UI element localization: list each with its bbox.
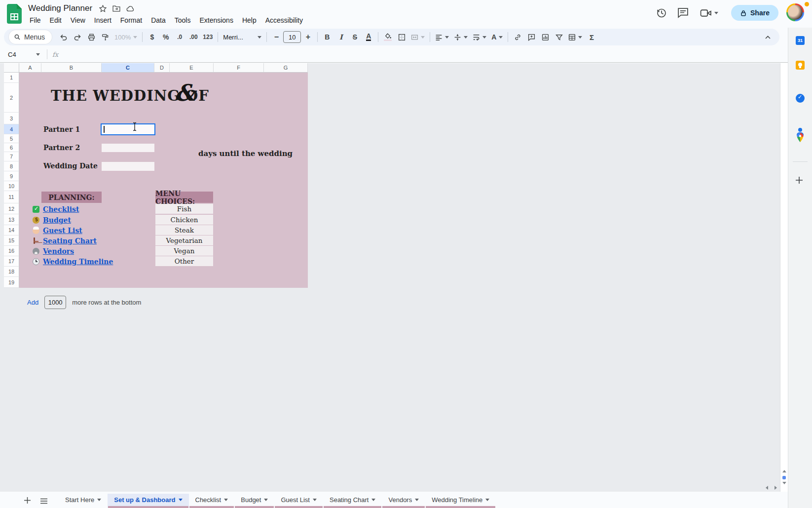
menu-data[interactable]: Data (147, 15, 170, 25)
comments-icon[interactable] (677, 7, 689, 19)
row-header-1[interactable]: 1 (4, 73, 19, 83)
add-rows-count-input[interactable]: 1000 (44, 296, 66, 309)
create-filter-button[interactable] (553, 31, 565, 43)
row-header-7[interactable]: 7 (4, 152, 19, 161)
decrease-font-size-button[interactable]: − (270, 31, 283, 43)
tab-budget[interactable]: Budget (234, 494, 274, 508)
borders-button[interactable] (395, 31, 408, 43)
italic-button[interactable]: I (334, 31, 347, 43)
number-format-button[interactable]: 123 (201, 31, 215, 43)
guest-list-link[interactable]: Guest List (43, 227, 82, 234)
horizontal-align-button[interactable] (433, 31, 451, 43)
vertical-scrollbar[interactable] (780, 63, 788, 492)
menu-choice-other[interactable]: Other (155, 256, 213, 266)
menu-choice-chicken[interactable]: Chicken (155, 215, 213, 225)
column-header-d[interactable]: D (154, 63, 170, 73)
format-percent-button[interactable]: % (159, 31, 172, 43)
row-header-6[interactable]: 6 (4, 143, 19, 152)
sheets-logo-icon[interactable] (7, 4, 22, 24)
selected-cell-c4[interactable] (101, 123, 155, 135)
menu-view[interactable]: View (67, 15, 89, 25)
fill-color-button[interactable] (381, 31, 394, 43)
add-rows-button[interactable]: Add (27, 299, 38, 306)
menu-edit[interactable]: Edit (46, 15, 66, 25)
menus-search-button[interactable]: Menus (9, 30, 52, 44)
insert-chart-button[interactable] (539, 31, 552, 43)
tab-dropdown-caret[interactable] (371, 499, 375, 501)
menu-choice-steak[interactable]: Steak (155, 225, 213, 235)
move-folder-icon[interactable] (112, 5, 120, 12)
insert-table-button[interactable] (566, 31, 584, 43)
redo-button[interactable] (71, 31, 84, 43)
account-avatar[interactable] (786, 3, 804, 21)
maps-icon[interactable] (796, 133, 805, 142)
strikethrough-button[interactable]: S (348, 31, 361, 43)
undo-button[interactable] (57, 31, 70, 43)
hscroll-right-arrow[interactable] (775, 486, 777, 490)
menu-extensions[interactable]: Extensions (195, 15, 237, 25)
menu-file[interactable]: File (26, 15, 45, 25)
select-all-corner[interactable] (4, 63, 19, 73)
column-header-f[interactable]: F (214, 63, 264, 73)
checklist-link[interactable]: Checklist (43, 205, 79, 213)
insert-comment-button[interactable] (525, 31, 538, 43)
menu-choice-vegan[interactable]: Vegan (155, 246, 213, 256)
name-box-dropdown-caret[interactable] (36, 53, 40, 56)
increase-decimal-button[interactable]: .00 (187, 31, 200, 43)
row-header-14[interactable]: 14 (4, 225, 19, 235)
document-title[interactable]: Wedding Planner (28, 3, 92, 13)
calendar-icon[interactable]: 31 (796, 36, 805, 45)
menu-format[interactable]: Format (116, 15, 146, 25)
partner2-input-cell[interactable] (102, 144, 154, 152)
text-rotation-button[interactable]: A (489, 31, 505, 43)
text-color-button[interactable]: A (362, 31, 375, 43)
meet-dropdown-caret[interactable] (714, 12, 718, 14)
menu-insert[interactable]: Insert (90, 15, 115, 25)
share-button[interactable]: Share (731, 5, 778, 21)
bold-button[interactable]: B (321, 31, 333, 43)
decrease-decimal-button[interactable]: .0 (173, 31, 186, 43)
vertical-align-button[interactable] (452, 31, 470, 43)
cloud-status-icon[interactable] (126, 5, 135, 12)
tab-seating-chart[interactable]: Seating Chart (323, 494, 382, 508)
menu-tools[interactable]: Tools (171, 15, 195, 25)
row-header-17[interactable]: 17 (4, 256, 19, 267)
tab-dropdown-caret[interactable] (415, 499, 419, 501)
row-header-12[interactable]: 12 (4, 203, 19, 214)
row-header-10[interactable]: 10 (4, 181, 19, 191)
all-sheets-button[interactable] (40, 498, 48, 504)
row-header-8[interactable]: 8 (4, 161, 19, 171)
row-header-3[interactable]: 3 (4, 113, 19, 124)
insert-link-button[interactable] (511, 31, 524, 43)
functions-button[interactable]: Σ (585, 31, 598, 43)
tab-dropdown-caret[interactable] (179, 499, 183, 501)
row-header-15[interactable]: 15 (4, 235, 19, 246)
tab-dropdown-caret[interactable] (97, 499, 101, 501)
tab-dropdown-caret[interactable] (313, 499, 317, 501)
tasks-icon[interactable] (796, 94, 805, 103)
merge-cells-button[interactable] (409, 31, 427, 43)
wedding-date-input-cell[interactable] (102, 162, 154, 171)
font-size-input[interactable]: 10 (283, 31, 301, 43)
vscroll-up-arrow[interactable] (782, 470, 786, 472)
column-header-e[interactable]: E (170, 63, 214, 73)
hscroll-left-arrow[interactable] (766, 486, 768, 490)
menu-choice-vegetarian[interactable]: Vegetarian (155, 235, 213, 245)
get-addons-button[interactable] (795, 176, 803, 184)
font-family-select[interactable]: Merri... (221, 31, 263, 43)
tab-checklist[interactable]: Checklist (189, 494, 235, 508)
menu-help[interactable]: Help (238, 15, 260, 25)
row-header-9[interactable]: 9 (4, 171, 19, 181)
row-header-2[interactable]: 2 (4, 83, 19, 113)
version-history-icon[interactable] (655, 7, 667, 19)
formula-input[interactable] (58, 46, 812, 62)
print-button[interactable] (85, 31, 98, 43)
vscroll-down-arrow[interactable] (782, 482, 786, 484)
format-currency-button[interactable]: $ (146, 31, 158, 43)
row-header-5[interactable]: 5 (4, 134, 19, 143)
budget-link[interactable]: Budget (43, 216, 71, 224)
star-icon[interactable] (99, 5, 107, 12)
zoom-select[interactable]: 100% (112, 31, 139, 43)
tab-set-up-dashboard[interactable]: Set up & Dashboard (108, 494, 188, 508)
keep-icon[interactable] (796, 61, 805, 70)
